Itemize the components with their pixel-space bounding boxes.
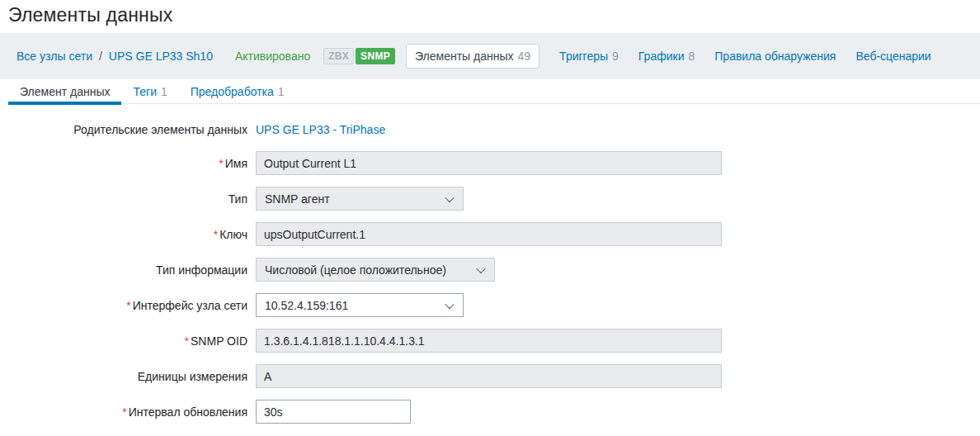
- form-row-update-interval: *Интервал обновления: [8, 400, 980, 424]
- required-mark: *: [185, 334, 189, 348]
- name-field: [256, 151, 722, 175]
- form-row-type: Тип SNMP агент: [8, 187, 980, 211]
- snmp-oid-label-text: SNMP OID: [191, 334, 247, 348]
- chevron-down-icon: [445, 299, 454, 308]
- interface-label: *Интерфейс узла сети: [8, 299, 256, 312]
- availability-badges: ZBX SNMP: [323, 48, 395, 64]
- interface-select-value: 10.52.4.159:161: [265, 299, 348, 312]
- key-label-text: Ключ: [219, 228, 247, 241]
- item-form-container: Элемент данных Теги1 Предобработка1 Роди…: [8, 79, 980, 436]
- nav-tab-discovery-rules[interactable]: Правила обнаружения: [714, 50, 836, 63]
- type-label: Тип: [8, 192, 256, 206]
- form-tab-preprocessing[interactable]: Предобработка1: [179, 79, 296, 104]
- name-label-text: Имя: [225, 157, 247, 170]
- interface-label-text: Интерфейс узла сети: [133, 299, 247, 312]
- nav-tab-graphs[interactable]: Графики8: [638, 50, 695, 63]
- nav-tab-items-count: 49: [518, 50, 531, 63]
- item-form: Родительские элементы данных UPS GE LP33…: [8, 104, 980, 436]
- chevron-down-icon: [445, 192, 454, 201]
- form-tab-preprocessing-label: Предобработка: [191, 85, 274, 98]
- update-interval-label: *Интервал обновления: [8, 405, 256, 419]
- required-mark: *: [214, 228, 218, 241]
- info-type-select-value: Числовой (целое положительное): [265, 263, 446, 277]
- nav-tab-triggers[interactable]: Триггеры9: [559, 50, 619, 63]
- chevron-down-icon: [476, 263, 485, 272]
- breadcrumb-separator: /: [99, 50, 102, 63]
- zbx-availability-badge: ZBX: [323, 48, 354, 64]
- required-mark: *: [219, 157, 223, 170]
- required-mark: *: [122, 405, 126, 419]
- form-row-parent-items: Родительские элементы данных UPS GE LP33…: [8, 121, 980, 138]
- key-field: [256, 222, 722, 246]
- form-tab-tags[interactable]: Теги1: [121, 79, 178, 104]
- update-interval-field[interactable]: [256, 400, 411, 424]
- form-tab-tags-count: 1: [161, 85, 167, 98]
- form-tab-preprocessing-count: 1: [278, 85, 285, 98]
- nav-tab-web-scenarios[interactable]: Веб-сценарии: [855, 50, 931, 63]
- form-row-key: *Ключ: [8, 222, 980, 246]
- interface-select[interactable]: 10.52.4.159:161: [256, 293, 464, 317]
- form-row-info-type: Тип информации Числовой (целое положител…: [8, 258, 980, 282]
- nav-tab-triggers-count: 9: [612, 50, 619, 63]
- nav-tab-triggers-label: Триггеры: [559, 50, 608, 63]
- info-type-label: Тип информации: [8, 263, 256, 277]
- form-row-units: Единицы измерения: [8, 364, 980, 388]
- form-row-interface: *Интерфейс узла сети 10.52.4.159:161: [8, 293, 980, 317]
- update-interval-label-text: Интервал обновления: [129, 405, 247, 419]
- breadcrumb-all-hosts-link[interactable]: Все узлы сети: [16, 50, 92, 63]
- type-select-value: SNMP агент: [265, 192, 330, 206]
- snmp-oid-field: [256, 329, 722, 353]
- host-status-badge: Активировано: [235, 50, 310, 63]
- units-field: [256, 364, 722, 388]
- form-tab-tags-label: Теги: [133, 85, 156, 98]
- form-tabs: Элемент данных Теги1 Предобработка1: [8, 79, 980, 104]
- form-tab-item[interactable]: Элемент данных: [8, 79, 121, 104]
- form-row-snmp-oid: *SNMP OID: [8, 329, 980, 353]
- units-label: Единицы измерения: [8, 370, 256, 383]
- key-label: *Ключ: [8, 228, 256, 241]
- nav-tab-graphs-count: 8: [688, 50, 695, 63]
- info-type-select: Числовой (целое положительное): [256, 258, 495, 282]
- parent-item-link[interactable]: UPS GE LP33 - TriPhase: [256, 123, 385, 136]
- form-row-name: *Имя: [8, 151, 980, 175]
- nav-tab-graphs-label: Графики: [638, 50, 685, 63]
- breadcrumb-nav-band: Все узлы сети / UPS GE LP33 Sh10 Активир…: [0, 33, 980, 79]
- parent-items-label: Родительские элементы данных: [8, 123, 256, 136]
- name-label: *Имя: [8, 157, 256, 170]
- nav-tab-items-label: Элементы данных: [415, 50, 514, 63]
- snmp-oid-label: *SNMP OID: [8, 334, 256, 348]
- required-mark: *: [126, 299, 130, 312]
- snmp-availability-badge: SNMP: [356, 48, 395, 64]
- breadcrumb-host-link[interactable]: UPS GE LP33 Sh10: [109, 50, 213, 63]
- page-title: Элементы данных: [8, 4, 172, 26]
- type-select: SNMP агент: [256, 187, 464, 211]
- form-tab-item-label: Элемент данных: [20, 85, 110, 98]
- nav-tab-items-selected[interactable]: Элементы данных49: [406, 44, 539, 69]
